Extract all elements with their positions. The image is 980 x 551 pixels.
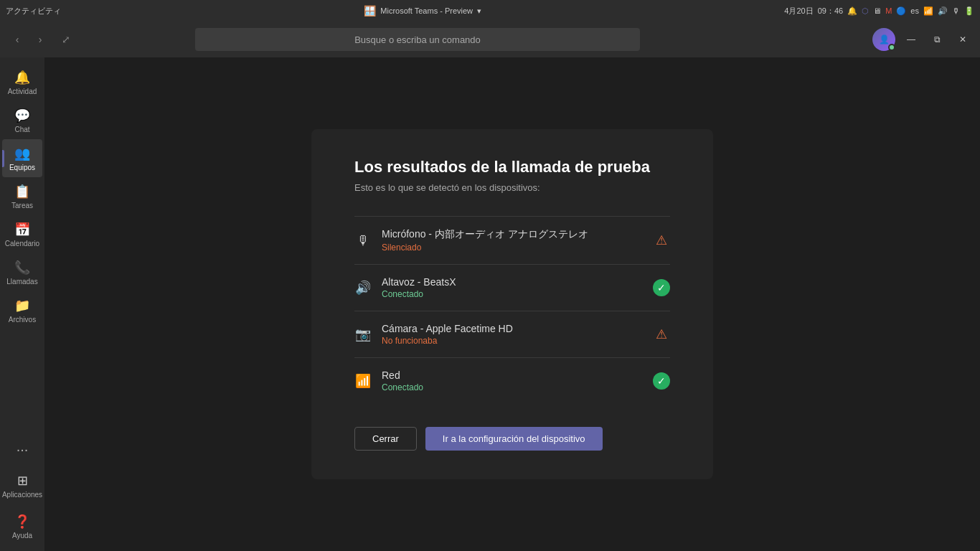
device-info-altavoz: Altavoz - BeatsX Conectado	[382, 276, 643, 299]
back-button[interactable]: ‹	[7, 29, 27, 50]
sidebar-label-aplicaciones: Aplicaciones	[2, 491, 42, 499]
taskbar-screen-icon: 🖥	[873, 6, 881, 15]
device-status-microfono: Silenciado	[382, 242, 643, 253]
archivos-icon: 📁	[14, 297, 31, 314]
title-bar-right: 👤 — ⧉ ✕	[872, 28, 973, 51]
device-name-microfono: Micrófono - 内部オーディオ アナログステレオ	[382, 228, 643, 241]
results-card: Los resultados de la llamada de prueba E…	[311, 129, 713, 479]
avatar-container[interactable]: 👤	[872, 28, 895, 51]
taskbar-volume-icon: 🔊	[938, 6, 948, 16]
device-info-red: Red Conectado	[382, 369, 643, 392]
taskbar-app-title: Microsoft Teams - Preview	[380, 6, 473, 15]
sidebar-item-tareas[interactable]: 📋 Tareas	[2, 177, 42, 215]
llamadas-icon: 📞	[14, 259, 31, 276]
taskbar-dropdown-icon: ▾	[477, 6, 481, 16]
title-bar: ‹ › ⤢ Busque o escriba un comando 👤 — ⧉ …	[0, 22, 980, 57]
device-status-red: Conectado	[382, 382, 643, 392]
device-item-altavoz: 🔊 Altavoz - BeatsX Conectado ✓	[354, 264, 670, 311]
status-warning-icon-microfono: ⚠	[653, 232, 670, 249]
device-name-altavoz: Altavoz - BeatsX	[382, 276, 643, 288]
taskbar-teams-icon: ⬡	[862, 6, 869, 16]
sidebar-label-actividad: Actividad	[8, 88, 37, 95]
calendario-icon: 📅	[14, 221, 31, 238]
wifi-icon: 📶	[354, 372, 372, 390]
camera-icon: 📷	[354, 326, 372, 343]
taskbar-date: 4月20日	[784, 6, 813, 17]
actividad-icon: 🔔	[14, 69, 31, 86]
equipos-icon: 👥	[14, 145, 31, 162]
status-ok-icon-altavoz: ✓	[653, 279, 670, 296]
results-title: Los resultados de la llamada de prueba	[354, 158, 670, 176]
app-window: ‹ › ⤢ Busque o escriba un comando 👤 — ⧉ …	[0, 22, 980, 551]
sidebar-label-tareas: Tareas	[11, 202, 33, 209]
device-info-camara: Cámara - Apple Facetime HD No funcionaba	[382, 323, 643, 346]
device-info-microfono: Micrófono - 内部オーディオ アナログステレオ Silenciado	[382, 228, 643, 253]
taskbar-lang: es	[910, 6, 919, 15]
taskbar-right: 4月20日 09：46 🔔 ⬡ 🖥 M 🔵 es 📶 🔊 🎙 🔋	[784, 6, 974, 17]
sidebar-label-chat: Chat	[14, 126, 29, 133]
taskbar-bell-icon: 🔔	[847, 6, 857, 16]
taskbar-center: 🪟 Microsoft Teams - Preview ▾	[364, 5, 481, 17]
sidebar-label-ayuda: Ayuda	[12, 532, 32, 540]
sidebar-bottom: ··· ⊞ Aplicaciones ❓ Ayuda	[2, 435, 42, 545]
sidebar-item-calendario[interactable]: 📅 Calendario	[2, 215, 42, 253]
device-status-altavoz: Conectado	[382, 289, 643, 299]
results-subtitle: Esto es lo que se detectó en los disposi…	[354, 182, 670, 193]
taskbar-mic-icon: 🎙	[952, 6, 960, 15]
minimize-button[interactable]: —	[901, 29, 921, 50]
external-link-button[interactable]: ⤢	[56, 29, 76, 50]
online-indicator	[888, 44, 895, 51]
taskbar: アクティビティ 🪟 Microsoft Teams - Preview ▾ 4月…	[0, 0, 980, 22]
aplicaciones-icon: ⊞	[14, 472, 31, 489]
sidebar-item-equipos[interactable]: 👥 Equipos	[2, 139, 42, 177]
sidebar-item-actividad[interactable]: 🔔 Actividad	[2, 63, 42, 101]
device-item-camara: 📷 Cámara - Apple Facetime HD No funciona…	[354, 311, 670, 357]
taskbar-wifi-icon: 📶	[923, 6, 933, 16]
nav-buttons: ‹ ›	[7, 29, 50, 50]
taskbar-bluetooth-icon: 🔵	[896, 6, 906, 16]
sidebar-label-equipos: Equipos	[9, 164, 35, 171]
device-name-red: Red	[382, 369, 643, 381]
taskbar-battery-icon: 🔋	[964, 6, 974, 16]
main-area: 🔔 Actividad 💬 Chat 👥 Equipos 📋 Tareas 📅 …	[0, 57, 980, 551]
taskbar-time: 09：46	[818, 6, 843, 17]
sidebar-label-archivos: Archivos	[9, 316, 36, 324]
chat-icon: 💬	[14, 107, 31, 124]
microphone-icon: 🎙	[354, 232, 372, 249]
sidebar-item-aplicaciones[interactable]: ⊞ Aplicaciones	[2, 466, 42, 504]
buttons-row: Cerrar Ir a la configuración del disposi…	[354, 427, 670, 451]
taskbar-left: アクティビティ	[6, 6, 61, 17]
search-bar[interactable]: Busque o escriba un comando	[195, 28, 640, 51]
speaker-icon: 🔊	[354, 279, 372, 296]
restore-button[interactable]: ⧉	[927, 29, 947, 50]
device-status-camara: No funcionaba	[382, 336, 643, 346]
status-ok-icon-red: ✓	[653, 372, 670, 390]
sidebar-item-archivos[interactable]: 📁 Archivos	[2, 291, 42, 329]
content-pane: Los resultados de la llamada de prueba E…	[44, 57, 980, 551]
taskbar-activity: アクティビティ	[6, 6, 61, 17]
device-name-camara: Cámara - Apple Facetime HD	[382, 323, 643, 334]
taskbar-m-icon: M	[885, 6, 892, 15]
sidebar-item-chat[interactable]: 💬 Chat	[2, 101, 42, 139]
more-button[interactable]: ···	[11, 435, 34, 463]
device-item-microfono: 🎙 Micrófono - 内部オーディオ アナログステレオ Silenciad…	[354, 216, 670, 264]
close-button-results[interactable]: Cerrar	[354, 427, 417, 451]
close-button[interactable]: ✕	[953, 29, 973, 50]
status-warning-icon-camara: ⚠	[653, 326, 670, 343]
forward-button[interactable]: ›	[30, 29, 50, 50]
config-button[interactable]: Ir a la configuración del dispositivo	[425, 427, 603, 451]
tareas-icon: 📋	[14, 183, 31, 200]
search-placeholder: Busque o escriba un comando	[354, 34, 481, 45]
sidebar-label-calendario: Calendario	[5, 240, 39, 248]
ayuda-icon: ❓	[14, 513, 31, 530]
sidebar-label-llamadas: Llamadas	[6, 278, 37, 286]
sidebar-item-llamadas[interactable]: 📞 Llamadas	[2, 253, 42, 291]
device-item-red: 📶 Red Conectado ✓	[354, 357, 670, 404]
sidebar-item-ayuda[interactable]: ❓ Ayuda	[2, 507, 42, 545]
teams-sidebar: 🔔 Actividad 💬 Chat 👥 Equipos 📋 Tareas 📅 …	[0, 57, 44, 551]
